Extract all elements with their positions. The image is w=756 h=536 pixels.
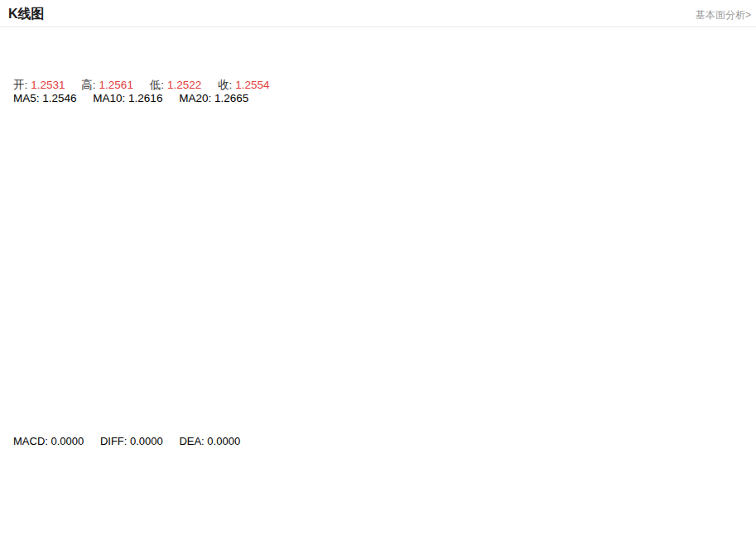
kline-chart-svg[interactable] [0,73,756,536]
fundamental-analysis-link[interactable]: 基本面分析> [696,8,751,22]
page-title: K线图 [8,6,45,23]
page-header: K线图 基本面分析> [0,0,756,27]
kline-page: K线图 基本面分析> 开:1.2531 高:1.2561 低:1.2522 收:… [0,0,756,536]
chart-area: 开:1.2531 高:1.2561 低:1.2522 收:1.2554 MA5:… [0,73,756,536]
